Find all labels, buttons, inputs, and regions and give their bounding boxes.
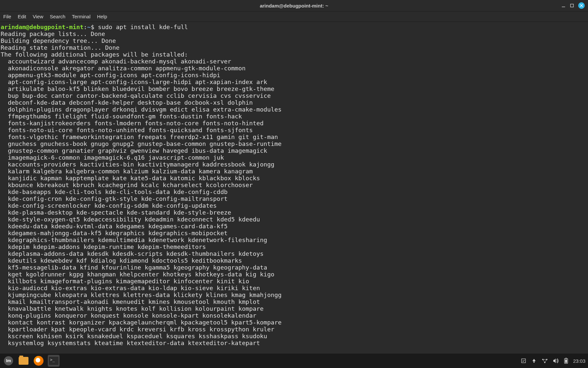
window-controls [561, 2, 585, 9]
taskbar: lm 23:03 [0, 354, 588, 368]
svg-line-11 [543, 359, 545, 362]
firefox-icon [34, 356, 44, 366]
terminal-launcher[interactable] [48, 355, 60, 367]
svg-rect-15 [565, 359, 567, 363]
svg-rect-14 [565, 358, 567, 359]
svg-line-12 [545, 359, 547, 362]
updates-icon[interactable] [521, 358, 526, 364]
svg-text:lm: lm [6, 358, 11, 363]
svg-rect-5 [522, 359, 526, 363]
mint-logo-icon: lm [4, 356, 13, 365]
files-launcher[interactable] [18, 355, 29, 367]
maximize-button[interactable] [570, 3, 574, 8]
window-title: arindam@debugpoint-mint: ~ [260, 3, 328, 9]
menu-view[interactable]: View [33, 14, 43, 19]
menu-search[interactable]: Search [50, 14, 65, 19]
svg-rect-6 [534, 361, 535, 363]
folder-icon [19, 357, 28, 365]
network-icon[interactable] [542, 358, 548, 364]
close-button[interactable] [578, 2, 585, 9]
menu-file[interactable]: File [3, 14, 11, 19]
prompt-user: arindam [1, 24, 26, 30]
menu-help[interactable]: Help [97, 14, 107, 19]
prompt-symbol: $ [91, 24, 94, 30]
battery-icon[interactable] [564, 358, 568, 364]
terminal-icon [48, 356, 59, 365]
menu-edit[interactable]: Edit [18, 14, 26, 19]
menu-button[interactable]: lm [3, 355, 14, 367]
firefox-launcher[interactable] [33, 355, 45, 367]
removable-drives-icon[interactable] [531, 358, 537, 364]
volume-icon[interactable] [553, 358, 559, 364]
titlebar: arindam@debugpoint-mint: ~ [0, 0, 588, 11]
menubar: File Edit View Search Terminal Help [0, 11, 588, 22]
terminal-output[interactable]: arindam@debugpoint-mint:~$ sudo apt inst… [0, 22, 588, 346]
prompt-path: ~ [87, 24, 91, 30]
command: sudo apt install kde-full [98, 24, 188, 30]
minimize-button[interactable] [561, 3, 566, 8]
output-lines: Reading package lists... Done Building d… [1, 30, 282, 346]
clock[interactable]: 23:03 [573, 358, 585, 364]
menu-terminal[interactable]: Terminal [72, 14, 91, 19]
taskbar-left: lm [3, 355, 60, 367]
svg-rect-1 [571, 4, 574, 7]
prompt-host: debugpoint-mint [29, 24, 83, 30]
system-tray: 23:03 [521, 358, 585, 364]
